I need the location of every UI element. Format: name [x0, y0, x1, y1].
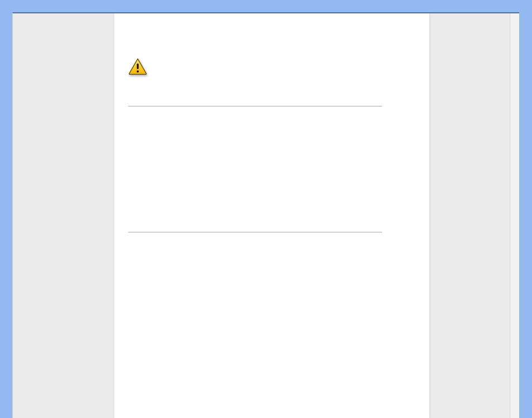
warning-icon	[128, 58, 147, 75]
document-page	[114, 13, 429, 418]
page-content	[114, 13, 429, 232]
vertical-scrollbar[interactable]	[510, 13, 519, 418]
divider	[128, 106, 382, 106]
document-canvas	[12, 12, 519, 418]
svg-point-1	[137, 70, 139, 72]
divider	[128, 232, 382, 232]
svg-rect-0	[137, 64, 138, 69]
